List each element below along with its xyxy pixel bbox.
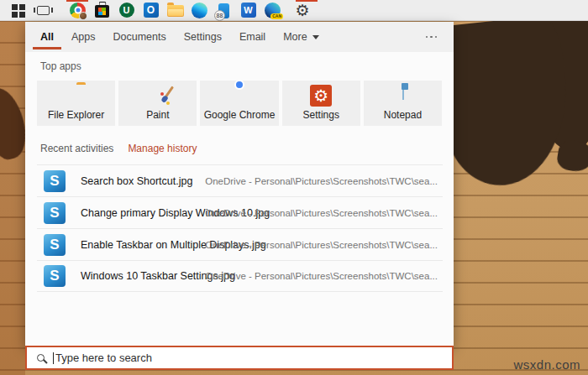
notepad-icon xyxy=(402,84,404,100)
running-indicator-chrome xyxy=(66,0,88,2)
edge-icon xyxy=(192,3,207,18)
top-app-google-chrome[interactable]: Google Chrome xyxy=(200,81,278,126)
gear-icon: ⚙ xyxy=(295,3,309,18)
phone-icon: 88 xyxy=(218,3,229,18)
taskbar-search-box[interactable] xyxy=(25,346,454,370)
taskbar-item-settings[interactable]: ⚙ xyxy=(290,0,315,21)
windows-logo-icon xyxy=(12,4,18,10)
settings-gear-icon: ⚙ xyxy=(310,85,332,107)
taskbar-item-edge[interactable] xyxy=(187,0,212,21)
taskbar-item-outlook[interactable]: O xyxy=(139,0,163,21)
microsoft-logo-icon xyxy=(98,8,106,15)
tab-apps-label: Apps xyxy=(71,31,96,43)
u-app-icon: U xyxy=(119,3,134,18)
chevron-down-icon xyxy=(312,35,319,39)
tab-all-label: All xyxy=(40,31,54,43)
top-apps-row: File Explorer Paint Google Chrome ⚙ Sett… xyxy=(37,81,442,126)
search-filter-tabs: All Apps Documents Settings Email More xyxy=(25,22,454,52)
manage-history-link[interactable]: Manage history xyxy=(128,143,197,154)
taskbar-item-u-app[interactable]: U xyxy=(114,0,139,21)
top-app-label: Paint xyxy=(118,109,197,121)
tab-documents-label: Documents xyxy=(113,31,165,43)
recent-activities-title: Recent activities xyxy=(40,143,113,154)
tab-all[interactable]: All xyxy=(40,22,54,52)
top-app-label: Notepad xyxy=(364,109,442,121)
taskbar-item-file-explorer[interactable] xyxy=(163,0,187,21)
list-item[interactable]: S Enable Taskbar on Multiple Displays.jp… xyxy=(37,228,443,260)
file-path: OneDrive - Personal\Pictures\Screenshots… xyxy=(205,176,438,186)
snagit-file-icon: S xyxy=(44,202,66,224)
list-item[interactable]: S Search box Shortcut.jpg OneDrive - Per… xyxy=(37,164,443,196)
list-item[interactable]: S Windows 10 Taskbar Settings.jpg OneDri… xyxy=(37,260,443,292)
top-app-paint[interactable]: Paint xyxy=(118,81,197,126)
taskbar-item-chrome[interactable] xyxy=(66,0,90,21)
outlook-icon: O xyxy=(144,3,159,18)
start-button[interactable] xyxy=(5,0,30,21)
notification-badge: 88 xyxy=(214,10,225,21)
chrome-profile-avatar xyxy=(79,12,87,20)
microsoft-store-icon xyxy=(95,5,109,18)
world-map-decoration xyxy=(435,14,576,190)
wood-shade-left xyxy=(0,21,25,375)
canary-badge: CAN xyxy=(270,13,283,19)
file-path: OneDrive - Personal\Pictures\Screenshots… xyxy=(205,271,438,281)
top-app-file-explorer[interactable]: File Explorer xyxy=(37,81,115,126)
tab-email-label: Email xyxy=(239,31,265,43)
tab-apps[interactable]: Apps xyxy=(71,22,96,52)
list-item[interactable]: S Change primary Display Windows 10.jpg … xyxy=(37,196,443,228)
file-explorer-icon xyxy=(167,5,184,17)
tab-settings[interactable]: Settings xyxy=(184,22,222,52)
text-cursor xyxy=(53,352,54,364)
snagit-file-icon: S xyxy=(44,170,66,192)
tab-email[interactable]: Email xyxy=(239,22,265,52)
taskbar-item-edge-canary[interactable]: CAN xyxy=(260,0,285,21)
word-icon: W xyxy=(241,3,256,18)
task-view-icon xyxy=(37,6,50,15)
taskbar: U O 88 W CAN ⚙ xyxy=(0,0,588,21)
chrome-icon xyxy=(70,3,86,18)
top-app-notepad[interactable]: Notepad xyxy=(364,81,442,126)
top-app-label: Settings xyxy=(282,109,360,121)
recent-activities-header: Recent activities Manage history xyxy=(40,143,197,154)
recent-activities-list: S Search box Shortcut.jpg OneDrive - Per… xyxy=(37,164,443,292)
file-path: OneDrive - Personal\Pictures\Screenshots… xyxy=(205,208,438,218)
snagit-file-icon: S xyxy=(44,265,66,287)
file-title: Search box Shortcut.jpg xyxy=(81,175,192,187)
tab-more-label: More xyxy=(283,31,307,43)
task-view-button[interactable] xyxy=(30,0,55,21)
taskbar-item-word[interactable]: W xyxy=(236,0,260,21)
top-apps-title: Top apps xyxy=(40,60,81,72)
snagit-file-icon: S xyxy=(44,234,66,256)
taskbar-item-your-phone[interactable]: 88 xyxy=(212,0,236,21)
watermark: wsxdn.com xyxy=(513,357,580,372)
tab-more[interactable]: More xyxy=(283,22,318,52)
file-path: OneDrive - Personal\Pictures\Screenshots… xyxy=(205,240,438,250)
running-indicator-settings xyxy=(296,0,318,2)
search-icon xyxy=(37,354,45,362)
top-app-settings[interactable]: ⚙ Settings xyxy=(282,81,360,126)
top-app-label: File Explorer xyxy=(37,109,115,121)
taskbar-item-microsoft-store[interactable] xyxy=(90,0,114,21)
edge-canary-icon: CAN xyxy=(265,3,281,18)
search-input[interactable] xyxy=(55,352,452,364)
tab-settings-label: Settings xyxy=(184,31,222,43)
top-app-label: Google Chrome xyxy=(200,109,278,121)
search-flyout-panel: All Apps Documents Settings Email More T… xyxy=(25,22,454,346)
tab-documents[interactable]: Documents xyxy=(113,22,165,52)
more-options-button[interactable] xyxy=(426,36,438,39)
